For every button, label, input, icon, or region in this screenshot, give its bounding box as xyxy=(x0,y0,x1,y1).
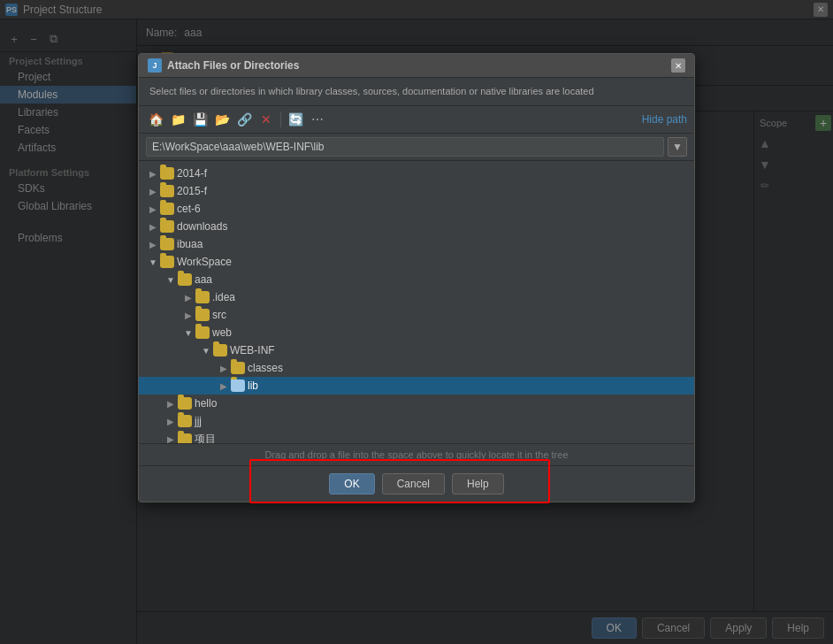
tree-item-2014-f[interactable]: ▶ 2014-f xyxy=(139,165,694,182)
tree-item-aaa[interactable]: ▼ aaa xyxy=(139,271,694,288)
dialog-ok-button[interactable]: OK xyxy=(329,473,374,494)
label-ibuaa: ibuaa xyxy=(177,238,203,250)
dialog-close-button[interactable]: ✕ xyxy=(671,58,685,73)
folder-icon-cet6 xyxy=(160,203,174,215)
folder-icon-downloads xyxy=(160,220,174,233)
toolbar-separator xyxy=(280,111,281,127)
folder-icon-classes xyxy=(231,362,245,374)
file-tree[interactable]: ▶ 2014-f ▶ 2015-f ▶ cet-6 ▶ downloads xyxy=(139,161,694,444)
arrow-2015-f: ▶ xyxy=(146,184,160,198)
arrow-downloads: ▶ xyxy=(146,219,160,234)
label-hello: hello xyxy=(195,397,217,410)
label-downloads: downloads xyxy=(177,220,227,233)
folder-icon-idea xyxy=(195,291,210,303)
refresh-btn[interactable]: 🔄 xyxy=(286,110,305,129)
arrow-aaa: ▼ xyxy=(164,272,178,287)
arrow-workspace: ▼ xyxy=(146,255,160,269)
arrow-classes: ▶ xyxy=(217,361,231,375)
arrow-idea: ▶ xyxy=(181,290,195,304)
label-aaa: aaa xyxy=(195,273,212,286)
dialog-overlay: J Attach Files or Directories ✕ Select f… xyxy=(0,0,833,644)
label-src: src xyxy=(212,309,226,321)
tree-item-lib[interactable]: ▶ lib xyxy=(139,377,694,395)
folder-icon-xiangmu xyxy=(178,433,192,445)
tree-item-src[interactable]: ▶ src xyxy=(139,306,694,324)
label-workspace: WorkSpace xyxy=(177,256,232,268)
label-idea: .idea xyxy=(212,291,235,303)
tree-item-downloads[interactable]: ▶ downloads xyxy=(139,218,694,235)
dialog-help-button[interactable]: Help xyxy=(452,473,504,494)
dialog-title-bar: J Attach Files or Directories ✕ xyxy=(139,54,694,78)
folder-icon-workspace xyxy=(160,256,174,268)
label-xiangmu: 项目 xyxy=(195,432,216,444)
folder-icon-hello xyxy=(178,397,192,410)
arrow-webinf: ▼ xyxy=(199,343,213,357)
label-web: web xyxy=(212,326,232,339)
path-input[interactable] xyxy=(146,137,664,157)
drag-hint: Drag and drop a file into the space abov… xyxy=(139,444,694,466)
arrow-cet6: ▶ xyxy=(146,202,160,216)
label-lib: lib xyxy=(248,380,258,392)
tree-item-ibuaa[interactable]: ▶ ibuaa xyxy=(139,235,694,253)
dialog-toolbar: 🏠 📁 💾 📂 🔗 ✕ 🔄 ⋯ Hide path xyxy=(139,106,694,134)
label-jjj: jjj xyxy=(195,415,202,427)
open-folder-btn[interactable]: 📂 xyxy=(212,110,232,129)
dialog-bottom-buttons: OK Cancel Help xyxy=(139,466,694,502)
hide-path-link[interactable]: Hide path xyxy=(642,113,687,126)
home-icon-btn[interactable]: 🏠 xyxy=(146,110,165,129)
tree-item-jjj[interactable]: ▶ jjj xyxy=(139,412,694,430)
arrow-hello: ▶ xyxy=(164,396,178,410)
label-2014-f: 2014-f xyxy=(177,167,207,180)
tree-item-workspace[interactable]: ▼ WorkSpace xyxy=(139,253,694,271)
tree-item-hello[interactable]: ▶ hello xyxy=(139,395,694,412)
attach-files-dialog: J Attach Files or Directories ✕ Select f… xyxy=(138,53,695,502)
arrow-2014-f: ▶ xyxy=(146,166,160,180)
folder-icon-lib xyxy=(231,380,245,392)
dialog-description: Select files or directories in which lib… xyxy=(139,78,694,106)
browse-button[interactable]: ▼ xyxy=(668,137,687,157)
folder-icon-2015-f xyxy=(160,185,174,197)
dialog-icon: J xyxy=(148,58,162,73)
save-btn[interactable]: 💾 xyxy=(190,110,210,129)
label-webinf: WEB-INF xyxy=(230,344,275,356)
folder-icon-jjj xyxy=(178,415,192,427)
label-classes: classes xyxy=(248,362,283,374)
delete-btn[interactable]: ✕ xyxy=(256,110,276,129)
arrow-ibuaa: ▶ xyxy=(146,237,160,251)
dialog-path-row: ▼ xyxy=(139,134,694,161)
arrow-web: ▼ xyxy=(181,326,195,340)
tree-item-classes[interactable]: ▶ classes xyxy=(139,359,694,377)
folder-icon-ibuaa xyxy=(160,238,174,250)
folder-icon-webinf xyxy=(213,344,227,356)
arrow-xiangmu: ▶ xyxy=(164,433,178,445)
tree-item-cet6[interactable]: ▶ cet-6 xyxy=(139,200,694,218)
tree-item-2015-f[interactable]: ▶ 2015-f xyxy=(139,182,694,200)
new-folder-btn[interactable]: 📁 xyxy=(168,110,187,129)
tree-item-webinf[interactable]: ▼ WEB-INF xyxy=(139,341,694,359)
folder-icon-web xyxy=(195,326,210,339)
folder-icon-src xyxy=(195,309,210,321)
tree-item-idea[interactable]: ▶ .idea xyxy=(139,288,694,306)
folder-icon-aaa xyxy=(178,273,192,286)
arrow-lib: ▶ xyxy=(217,379,231,393)
tree-item-xiangmu[interactable]: ▶ 项目 xyxy=(139,430,694,444)
label-2015-f: 2015-f xyxy=(177,185,207,197)
label-cet6: cet-6 xyxy=(177,203,201,215)
dialog-cancel-button[interactable]: Cancel xyxy=(382,473,445,494)
arrow-src: ▶ xyxy=(181,308,195,322)
more-btn[interactable]: ⋯ xyxy=(308,110,327,129)
link-btn[interactable]: 🔗 xyxy=(234,110,254,129)
dialog-title: Attach Files or Directories xyxy=(167,59,666,72)
folder-icon-2014-f xyxy=(160,167,174,180)
arrow-jjj: ▶ xyxy=(164,414,178,428)
tree-item-web[interactable]: ▼ web xyxy=(139,324,694,341)
